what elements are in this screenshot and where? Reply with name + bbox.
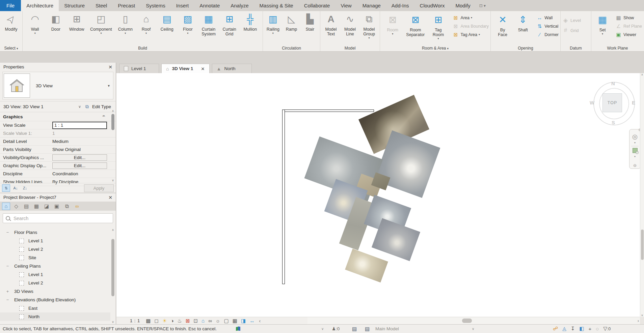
ribbon-tool-small[interactable]: ∕ Dormer xyxy=(535,30,560,39)
viewcube-south[interactable]: S xyxy=(612,120,615,125)
view-control-icon[interactable]: ☀ xyxy=(162,318,167,323)
collapse-left-icon[interactable]: ‹ xyxy=(259,318,261,324)
ribbon-tool-small[interactable]: ⊠ Area Boundary xyxy=(451,22,490,30)
zoom-region-icon[interactable] xyxy=(633,148,638,153)
view-control-icon[interactable]: ▩ xyxy=(146,318,151,323)
ribbon-tool-small[interactable]: ⊠ Tag Area ▾ xyxy=(451,30,490,39)
tree-item[interactable]: Level 2 xyxy=(0,245,110,253)
sort-button[interactable]: ⇅ xyxy=(2,184,10,192)
expand-collapse-icon[interactable]: − xyxy=(5,264,10,269)
ribbon-tool-small[interactable]: ∠ Ref Plane xyxy=(614,22,644,30)
browser-toolbar-icon[interactable]: ▣ xyxy=(53,203,61,210)
ribbon-tab[interactable]: Collaborate xyxy=(299,0,336,11)
ribbon-tool-button[interactable]: ∿ ModelLine xyxy=(342,11,358,37)
view-control-icon[interactable]: ♨ xyxy=(177,318,182,323)
view-tab[interactable]: Level 1 xyxy=(119,64,159,73)
property-row[interactable]: Graphic Display Op... Edit... xyxy=(0,162,116,170)
view-control-icon[interactable]: ∞ xyxy=(208,318,212,323)
wall-outline-horizontal[interactable] xyxy=(282,110,374,112)
selection-control-icon[interactable]: ☍ xyxy=(553,326,558,332)
ribbon-tool-button[interactable]: ⊞ CurtainGrid xyxy=(221,11,238,37)
scrollbar-thumb[interactable] xyxy=(641,230,644,260)
sort-button[interactable]: Z↓ xyxy=(21,184,29,192)
ribbon-tool-small[interactable]: ▦ Show xyxy=(614,13,644,22)
ribbon-tool-button[interactable]: ◠ Wall▾ xyxy=(27,11,44,35)
view-control-icon[interactable]: ↔ xyxy=(249,318,254,323)
property-row[interactable]: View Scale 1 : 1 xyxy=(0,121,116,129)
tree-item[interactable]: − Ceiling Plans xyxy=(0,262,110,270)
view-control-icon[interactable]: ◻ xyxy=(154,318,158,323)
ribbon-tab[interactable]: Structure xyxy=(59,0,90,11)
wall-outline-vertical[interactable] xyxy=(282,110,285,284)
ribbon-tab[interactable]: ⊡ ▾ xyxy=(476,0,489,11)
ribbon-tab[interactable]: Massing & Site xyxy=(254,0,299,11)
view-control-icon[interactable]: ⌂ xyxy=(202,318,205,323)
collapse-navbar-icon[interactable]: ⊖ xyxy=(633,163,637,168)
browser-toolbar-icon[interactable]: ▦ xyxy=(32,203,41,210)
ribbon-tool-button[interactable]: ⊞ Window xyxy=(68,11,85,32)
ribbon-tool-button[interactable]: ▤ Ceiling xyxy=(159,11,176,32)
tree-item[interactable]: North xyxy=(0,312,110,321)
panel-label-select[interactable]: Select ▾ xyxy=(0,45,22,51)
drawing-canvas[interactable]: N E S W TOP ⊗ ◎ ▾ ▾ ⊖ xyxy=(116,73,640,317)
close-tab-icon[interactable]: ✕ xyxy=(201,66,205,71)
view-control-icon[interactable]: ◑ xyxy=(170,318,173,323)
browser-toolbar-icon[interactable]: ⌂ xyxy=(2,203,10,210)
ribbon-tool-button[interactable]: ✕ ByFace xyxy=(494,12,511,37)
property-row[interactable]: Scale Value 1: 1 xyxy=(0,129,116,138)
tree-item[interactable]: Level 1 xyxy=(0,237,110,245)
apply-button[interactable]: Apply xyxy=(84,184,114,192)
browser-toolbar-icon[interactable]: ▤ xyxy=(22,203,30,210)
search-input[interactable] xyxy=(13,215,110,221)
chevron-down-icon[interactable]: ▾ xyxy=(108,84,110,88)
properties-scrollbar[interactable]: ∧ ∨ xyxy=(110,109,115,182)
ribbon-tab[interactable]: Precast xyxy=(112,0,140,11)
ribbon-tool-button[interactable]: ◰ Component▾ xyxy=(89,11,113,35)
close-icon[interactable]: ✕ xyxy=(108,195,112,200)
selection-control-icon[interactable]: + xyxy=(589,326,592,332)
ribbon-tool-small[interactable]: ⇅ Vertical xyxy=(535,22,560,30)
property-row[interactable]: Parts Visibility Show Original xyxy=(0,146,116,154)
ribbon-tool-small[interactable]: ◈ Level xyxy=(561,15,591,25)
expand-collapse-icon[interactable]: + xyxy=(5,289,10,294)
view-tab[interactable]: ▲ North xyxy=(212,64,252,73)
ribbon-tool-button[interactable]: ⇕ Shaft xyxy=(514,12,531,33)
viewcube-east[interactable]: E xyxy=(632,100,635,105)
collapse-icon[interactable]: ^^ xyxy=(103,115,104,119)
chevron-down-icon[interactable]: ∨ xyxy=(472,327,474,331)
vertical-scrollbar[interactable]: ∧ ∨ xyxy=(640,73,644,317)
ribbon-tab[interactable]: Steel xyxy=(90,0,112,11)
ribbon-tab[interactable]: Annotate xyxy=(194,0,225,11)
browser-toolbar-icon[interactable]: ◪ xyxy=(43,203,51,210)
tree-item[interactable]: Level 2 xyxy=(0,279,110,287)
worksharing-display-icon[interactable] xyxy=(235,326,241,331)
panel-label-room-area[interactable]: Room & Area ▾ xyxy=(380,45,490,51)
scrollbar-thumb[interactable] xyxy=(111,239,114,296)
scroll-down-icon[interactable]: ∨ xyxy=(112,179,114,182)
ribbon-tool-button[interactable]: ◺ Ramp xyxy=(283,11,300,32)
chevron-down-icon[interactable]: ∨ xyxy=(78,104,81,109)
selection-control-icon[interactable]: ◧ xyxy=(579,326,584,332)
ribbon-tool-button[interactable]: ▦ CurtainSystem xyxy=(200,11,217,37)
ribbon-tool-button[interactable]: ⊠ Room▾ xyxy=(384,12,401,36)
chevron-down-icon[interactable]: ▾ xyxy=(634,141,636,144)
selection-control-icon[interactable]: ↧ xyxy=(571,326,575,332)
viewcube-north[interactable]: N xyxy=(611,81,615,86)
sort-button[interactable]: A↓ xyxy=(11,184,20,192)
ribbon-tool-button[interactable]: ▦ Set▾ xyxy=(594,12,611,36)
type-selector[interactable]: 3D View ▾ xyxy=(2,72,113,99)
ribbon-tool-button[interactable]: ▨ Floor▾ xyxy=(179,11,196,35)
viewcube[interactable]: N E S W TOP xyxy=(590,82,637,128)
selection-control-icon[interactable]: ◌ xyxy=(596,326,599,332)
ribbon-tool-small[interactable]: ▣ Viewer xyxy=(614,30,644,39)
scroll-right-icon[interactable]: › xyxy=(638,318,639,323)
view-control-icon[interactable]: ⊠ xyxy=(186,318,190,323)
ribbon-tool-button[interactable]: ▙ Stair xyxy=(301,11,318,32)
ribbon-tab[interactable]: Add-Ins xyxy=(386,0,414,11)
ribbon-tool-button[interactable]: ◧ Door xyxy=(47,11,64,32)
tree-item[interactable]: Level 1 xyxy=(0,270,110,279)
chevron-down-icon[interactable]: ▾ xyxy=(634,155,636,158)
view-scale-button[interactable]: 1 : 1 xyxy=(130,318,140,323)
ribbon-tab[interactable]: Systems xyxy=(140,0,171,11)
property-row[interactable]: Visibility/Graphics ... Edit... xyxy=(0,154,116,162)
